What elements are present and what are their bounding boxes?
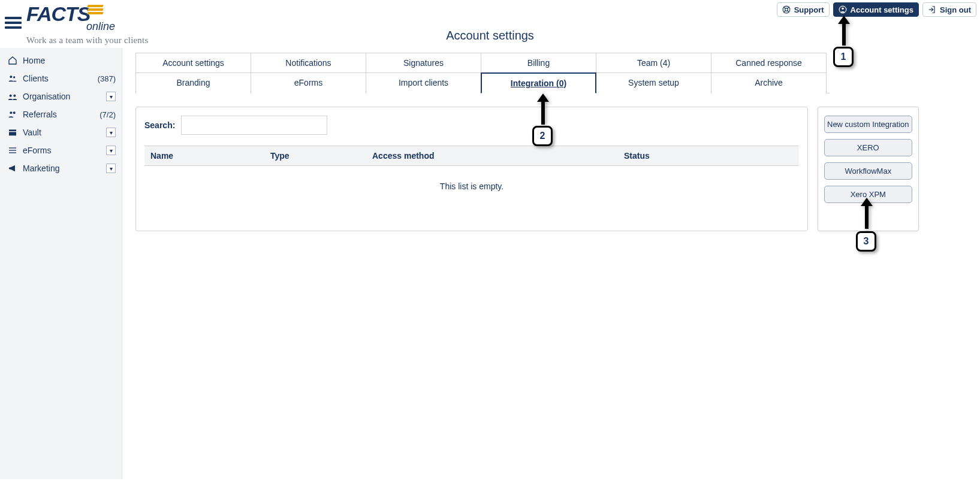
tab-eforms[interactable]: eForms — [251, 72, 366, 93]
list-icon — [6, 146, 19, 155]
sidebar-item-referrals[interactable]: Referrals (7/2) — [0, 105, 122, 123]
tab-branding[interactable]: Branding — [135, 72, 251, 93]
tab-archive[interactable]: Archive — [711, 72, 827, 93]
xero-button[interactable]: XERO — [824, 139, 912, 156]
chevron-down-icon[interactable]: ▾ — [106, 146, 116, 155]
sidebar-item-vault[interactable]: Vault ▾ — [0, 123, 122, 141]
people-icon — [6, 110, 19, 119]
annotation-arrow-1 — [838, 16, 850, 50]
tab-integration[interactable]: Integration (0) — [481, 72, 596, 93]
svg-marker-20 — [838, 16, 850, 24]
org-icon — [6, 92, 19, 101]
user-circle-icon — [839, 5, 847, 14]
topbar: FACTS online Work as a team with your cl… — [0, 0, 980, 48]
sidebar-item-organisation[interactable]: Organisation ▾ — [0, 87, 122, 105]
integration-table: Name Type Access method Status — [144, 146, 799, 166]
account-settings-button[interactable]: Account settings — [833, 2, 919, 17]
sidebar-item-home[interactable]: Home — [0, 52, 122, 69]
menu-toggle[interactable] — [5, 14, 22, 29]
annotation-arrow-2 — [537, 93, 549, 129]
tab-team[interactable]: Team (4) — [596, 53, 711, 72]
col-type[interactable]: Type — [264, 146, 366, 166]
annotation-callout-3: 3 — [856, 231, 876, 252]
sign-out-button[interactable]: Sign out — [922, 2, 976, 17]
users-icon — [6, 74, 19, 83]
sign-out-label: Sign out — [940, 5, 971, 14]
col-access[interactable]: Access method — [366, 146, 618, 166]
sidebar-label: eForms — [23, 146, 106, 155]
svg-point-13 — [13, 111, 16, 114]
tab-signatures[interactable]: Signatures — [366, 53, 481, 72]
top-actions: Support Account settings Sign out — [777, 2, 976, 17]
svg-point-7 — [842, 8, 844, 10]
search-label: Search: — [144, 120, 175, 130]
annotation-callout-2: 2 — [532, 126, 553, 146]
svg-marker-22 — [537, 93, 549, 102]
tab-import-clients[interactable]: Import clients — [366, 72, 481, 93]
home-icon — [6, 56, 19, 65]
col-status[interactable]: Status — [618, 146, 799, 166]
svg-point-8 — [10, 75, 12, 78]
sidebar-count: (7/2) — [99, 110, 116, 119]
chevron-down-icon[interactable]: ▾ — [106, 128, 116, 137]
col-name[interactable]: Name — [144, 146, 264, 166]
tab-notifications[interactable]: Notifications — [251, 53, 366, 72]
chevron-down-icon[interactable]: ▾ — [106, 164, 116, 173]
tab-system-setup[interactable]: System setup — [596, 72, 711, 93]
svg-rect-14 — [9, 129, 16, 131]
svg-point-11 — [13, 95, 16, 97]
svg-point-10 — [10, 95, 12, 97]
chevron-down-icon[interactable]: ▾ — [106, 92, 116, 101]
sign-out-icon — [928, 5, 936, 14]
main-content: Account settings Notifications Signature… — [122, 48, 980, 479]
svg-point-1 — [785, 8, 788, 11]
empty-message: This list is empty. — [144, 166, 799, 207]
sidebar: Home Clients (387) Organisation ▾ Referr… — [0, 48, 122, 479]
annotation-callout-1: 1 — [833, 47, 854, 67]
integration-panel: Search: Name Type Access method Status T… — [135, 107, 808, 231]
tab-account-settings[interactable]: Account settings — [135, 53, 251, 72]
vault-icon — [6, 128, 19, 137]
new-custom-integration-button[interactable]: New custom Integration — [824, 116, 912, 133]
support-button[interactable]: Support — [777, 2, 830, 17]
tabs-row-2: Branding eForms Import clients Integrati… — [135, 72, 970, 93]
sidebar-label: Referrals — [23, 110, 99, 119]
svg-marker-24 — [861, 198, 873, 206]
sidebar-label: Home — [23, 56, 116, 65]
search-input[interactable] — [181, 116, 327, 135]
sidebar-count: (387) — [98, 74, 116, 83]
sidebar-item-clients[interactable]: Clients (387) — [0, 69, 122, 87]
annotation-arrow-3 — [861, 198, 873, 233]
sidebar-label: Vault — [23, 128, 106, 137]
logo-text: FACTS — [26, 2, 90, 25]
tab-canned-response[interactable]: Canned response — [711, 53, 827, 72]
svg-rect-15 — [9, 132, 16, 135]
bullhorn-icon — [6, 164, 19, 173]
svg-point-9 — [13, 76, 15, 78]
tab-billing[interactable]: Billing — [481, 53, 596, 72]
account-settings-label: Account settings — [851, 5, 913, 14]
support-label: Support — [794, 5, 824, 14]
svg-point-12 — [10, 111, 12, 114]
sidebar-label: Marketing — [23, 164, 106, 173]
workflowmax-button[interactable]: WorkflowMax — [824, 162, 912, 180]
sidebar-item-marketing[interactable]: Marketing ▾ — [0, 159, 122, 177]
sidebar-item-eforms[interactable]: eForms ▾ — [0, 141, 122, 159]
sidebar-label: Organisation — [23, 92, 106, 101]
lifebuoy-icon — [782, 5, 791, 14]
sidebar-label: Clients — [23, 74, 98, 83]
page-title: Account settings — [0, 29, 980, 43]
